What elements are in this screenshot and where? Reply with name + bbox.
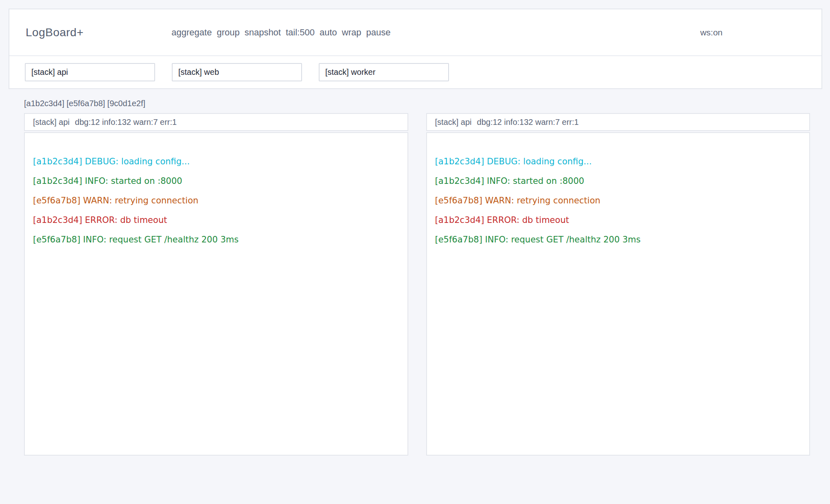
log-panel-right: [stack] api dbg:12 info:132 warn:7 err:1… [426,113,810,456]
filter-row [9,56,821,88]
log-panel-left: [stack] api dbg:12 info:132 warn:7 err:1… [24,113,408,456]
log-line: [a1b2c3d4] DEBUG: loading config... [435,152,800,171]
panel-header: [stack] api dbg:12 info:132 warn:7 err:1 [426,113,810,131]
toolbar-item-tail[interactable]: tail:500 [286,27,315,38]
filter-input-worker[interactable] [319,63,449,81]
panel-title: [stack] api [33,118,70,127]
log-line: [e5f6a7b8] INFO: request GET /healthz 20… [33,230,398,249]
log-line: [e5f6a7b8] WARN: retrying connection [435,191,800,210]
app-header: LogBoard+ aggregate group snapshot tail:… [9,9,821,56]
toolbar-item-wrap[interactable]: wrap [342,27,361,38]
log-panels: [stack] api dbg:12 info:132 warn:7 err:1… [24,113,810,456]
app-title: LogBoard+ [26,26,83,39]
log-line: [e5f6a7b8] WARN: retrying connection [33,191,398,210]
log-scroll-area[interactable]: [a1b2c3d4] DEBUG: loading config... [a1b… [24,132,408,456]
log-line: [e5f6a7b8] INFO: request GET /healthz 20… [435,230,800,249]
top-card: LogBoard+ aggregate group snapshot tail:… [9,9,822,89]
toolbar: aggregate group snapshot tail:500 auto w… [171,27,390,38]
filter-input-web[interactable] [172,63,302,81]
panel-level-counts: dbg:12 info:132 warn:7 err:1 [477,118,579,127]
toolbar-item-group[interactable]: group [217,27,239,38]
toolbar-item-pause[interactable]: pause [366,27,390,38]
log-line: [a1b2c3d4] INFO: started on :8000 [435,171,800,191]
toolbar-item-aggregate[interactable]: aggregate [171,27,212,38]
log-line: [a1b2c3d4] INFO: started on :8000 [33,171,398,191]
toolbar-item-snapshot[interactable]: snapshot [245,27,281,38]
trace-ids: [a1b2c3d4] [e5f6a7b8] [9c0d1e2f] [24,99,145,108]
ws-status-badge[interactable]: ws:on [700,28,723,37]
panel-level-counts: dbg:12 info:132 warn:7 err:1 [75,118,177,127]
panel-header: [stack] api dbg:12 info:132 warn:7 err:1 [24,113,408,131]
log-line: [a1b2c3d4] DEBUG: loading config... [33,152,398,171]
log-line: [a1b2c3d4] ERROR: db timeout [33,210,398,230]
toolbar-item-auto[interactable]: auto [320,27,337,38]
filter-input-api[interactable] [25,63,155,81]
log-line: [a1b2c3d4] ERROR: db timeout [435,210,800,230]
log-scroll-area[interactable]: [a1b2c3d4] DEBUG: loading config... [a1b… [426,132,810,456]
panel-title: [stack] api [435,118,472,127]
